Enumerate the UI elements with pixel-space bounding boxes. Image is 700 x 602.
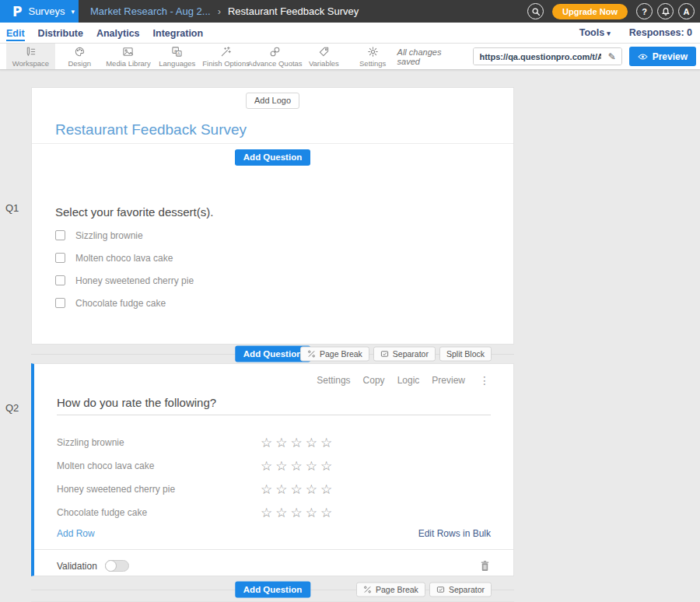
delete-question-button[interactable] <box>480 560 490 572</box>
survey-canvas: Q1 Q2 Add Logo Restaurant Feedback Surve… <box>0 70 700 602</box>
row-label[interactable]: Molten choco lava cake <box>57 460 261 471</box>
tab-distribute[interactable]: Distribute <box>38 25 83 41</box>
tool-finish-options[interactable]: Finish Options <box>201 44 250 69</box>
option-label[interactable]: Molten choco lava cake <box>75 253 173 264</box>
q2-rating-rows: Sizzling brownie ☆☆☆☆☆ Molten choco lava… <box>57 435 513 520</box>
search-button[interactable] <box>527 3 544 19</box>
option-label[interactable]: Honey sweetened cherry pie <box>75 275 194 286</box>
responses-count[interactable]: Responses: 0 <box>629 27 692 38</box>
upgrade-now-button[interactable]: Upgrade Now <box>552 4 628 19</box>
tool-workspace[interactable]: Workspace <box>6 44 55 69</box>
survey-title[interactable]: Restaurant Feedback Survey <box>55 121 513 138</box>
q2-logic-button[interactable]: Logic <box>397 375 420 386</box>
q2-validation-section: Validation <box>34 549 513 572</box>
q2-preview-button[interactable]: Preview <box>432 375 465 386</box>
section-nav: Edit Distribute Analytics Integration To… <box>0 23 700 44</box>
checkbox[interactable] <box>55 230 65 240</box>
q2-toolbar: Settings Copy Logic Preview ⋮ <box>34 364 513 387</box>
survey-url-field: ✎ <box>473 47 621 65</box>
option-row: Molten choco lava cake <box>55 253 513 263</box>
toggle-knob <box>105 560 117 572</box>
breadcrumb-separator-icon: › <box>218 5 221 17</box>
tab-edit[interactable]: Edit <box>6 25 25 41</box>
add-question-row-top: Add Question <box>32 144 513 166</box>
add-row-link[interactable]: Add Row <box>57 528 95 539</box>
top-header: P Surveys ▾ Market Research - Aug 2... ›… <box>0 0 700 23</box>
q2-question-text[interactable]: How do you rate the following? <box>57 396 491 415</box>
edit-url-button[interactable]: ✎ <box>603 48 621 65</box>
image-icon <box>122 46 134 58</box>
q2-copy-button[interactable]: Copy <box>363 375 385 386</box>
breadcrumb-project[interactable]: Market Research - Aug 2... <box>90 5 211 17</box>
help-button[interactable]: ? <box>636 3 653 19</box>
trash-icon <box>480 560 490 572</box>
tab-analytics[interactable]: Analytics <box>96 25 140 41</box>
insert-row-center: Add Question <box>235 582 310 598</box>
q1-question-text[interactable]: Select your favorite dessert(s). <box>55 205 513 219</box>
tool-design[interactable]: Design <box>55 44 104 69</box>
tab-integration[interactable]: Integration <box>153 25 204 41</box>
add-logo-button[interactable]: Add Logo <box>246 93 299 109</box>
star-rating[interactable]: ☆☆☆☆☆ <box>261 436 335 450</box>
tool-languages[interactable]: aA Languages <box>152 44 201 69</box>
q2-settings-button[interactable]: Settings <box>317 375 350 386</box>
row-label[interactable]: Chocolate fudge cake <box>57 507 261 518</box>
breadcrumb: Market Research - Aug 2... › Restaurant … <box>90 5 359 17</box>
tool-advance-quotas[interactable]: Advance Quotas <box>250 44 299 69</box>
page-break-icon <box>307 349 316 358</box>
validation-label: Validation <box>57 561 97 572</box>
star-rating[interactable]: ☆☆☆☆☆ <box>261 483 335 496</box>
tools-label: Tools <box>579 27 604 38</box>
validation-toggle[interactable] <box>105 560 129 572</box>
preview-button[interactable]: Preview <box>629 47 696 66</box>
split-block-button[interactable]: Split Block <box>439 347 492 362</box>
tag-icon <box>318 46 330 58</box>
star-rating[interactable]: ☆☆☆☆☆ <box>261 460 335 473</box>
option-row: Chocolate fudge cake <box>55 298 513 308</box>
editor-toolbar: Workspace Design Media Library aA Langua… <box>0 44 700 70</box>
checkbox[interactable] <box>55 253 65 263</box>
add-question-button[interactable]: Add Question <box>235 346 310 362</box>
checkbox[interactable] <box>55 275 65 285</box>
survey-header-and-q1-card: Add Logo Restaurant Feedback Survey Add … <box>31 87 514 345</box>
option-label[interactable]: Sizzling brownie <box>75 230 143 241</box>
page-break-button[interactable]: Page Break <box>300 347 369 362</box>
edit-rows-in-bulk-link[interactable]: Edit Rows in Bulk <box>418 528 491 539</box>
separator-button[interactable]: Separator <box>429 583 492 597</box>
gear-icon <box>367 46 379 58</box>
product-menu-label: Surveys <box>28 5 65 17</box>
chain-link-icon <box>269 46 281 58</box>
add-question-button[interactable]: Add Question <box>235 149 310 166</box>
kebab-menu-icon[interactable]: ⋮ <box>479 374 490 387</box>
option-row: Sizzling brownie <box>55 230 513 240</box>
row-label[interactable]: Sizzling brownie <box>57 437 261 448</box>
star-rating[interactable]: ☆☆☆☆☆ <box>261 506 335 520</box>
chevron-down-icon: ▾ <box>71 8 75 16</box>
tools-menu[interactable]: Tools▾ <box>579 27 611 38</box>
add-question-button[interactable]: Add Question <box>235 582 310 598</box>
nav-right: Tools▾ Responses: 0 <box>579 27 692 38</box>
insert-row-actions: Page Break Separator <box>356 583 492 597</box>
separator-icon <box>380 349 389 358</box>
tool-variables[interactable]: Variables <box>299 44 348 69</box>
row-label[interactable]: Honey sweetened cherry pie <box>57 484 261 495</box>
option-label[interactable]: Chocolate fudge cake <box>75 298 166 309</box>
checkbox[interactable] <box>55 298 65 308</box>
page-break-button[interactable]: Page Break <box>356 583 425 597</box>
insert-row-after-q1: Add Question Page Break Separator Split … <box>31 345 514 363</box>
breadcrumb-survey: Restaurant Feedback Survey <box>228 5 359 17</box>
section-tabs: Edit Distribute Analytics Integration <box>6 25 203 41</box>
tool-settings[interactable]: Settings <box>348 44 397 69</box>
avatar[interactable]: A <box>678 3 695 19</box>
rating-row: Chocolate fudge cake ☆☆☆☆☆ <box>57 505 513 520</box>
q2-body: How do you rate the following? Sizzling … <box>34 396 513 539</box>
insert-row-actions: Page Break Separator Split Block <box>300 347 492 362</box>
rating-row: Honey sweetened cherry pie ☆☆☆☆☆ <box>57 481 513 497</box>
logo-row: Add Logo <box>32 88 513 109</box>
magic-wand-icon <box>220 46 232 58</box>
product-switcher[interactable]: P Surveys ▾ <box>0 0 79 23</box>
tool-media-library[interactable]: Media Library <box>104 44 153 69</box>
survey-url-input[interactable] <box>474 48 602 65</box>
notifications-button[interactable] <box>657 3 674 19</box>
separator-button[interactable]: Separator <box>373 347 436 362</box>
